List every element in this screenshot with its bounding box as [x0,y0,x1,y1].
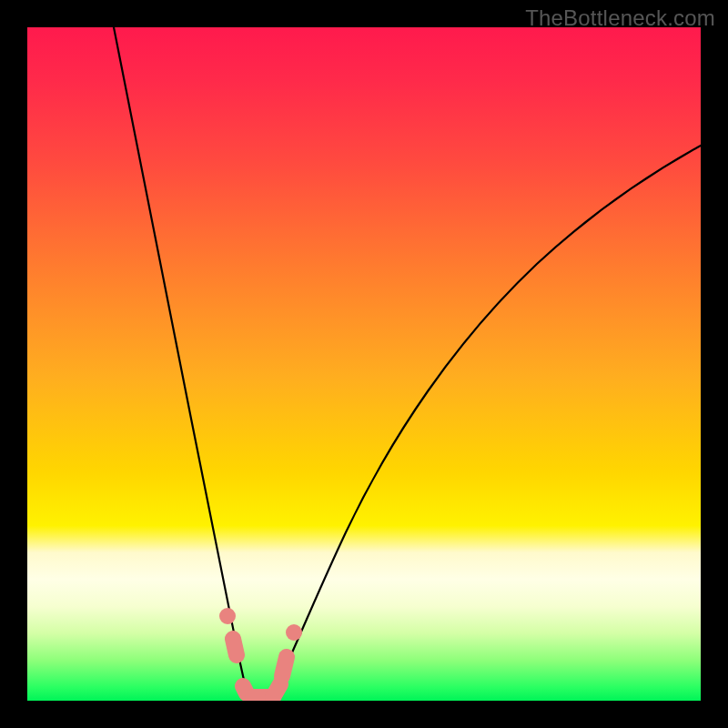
data-point-cluster [219,608,302,697]
data-point-segment [233,639,237,655]
data-point-segment [273,684,280,697]
chart-frame: TheBottleneck.com [0,0,728,728]
curve-layer [27,27,701,701]
bottleneck-curve [114,27,701,699]
curve-left-branch [114,27,248,697]
plot-area [27,27,701,701]
watermark-label: TheBottleneck.com [525,5,715,31]
data-point [219,608,236,624]
curve-right-branch [271,146,701,697]
data-point [286,624,302,641]
data-point-segment [243,686,247,693]
data-point-segment [282,657,287,676]
